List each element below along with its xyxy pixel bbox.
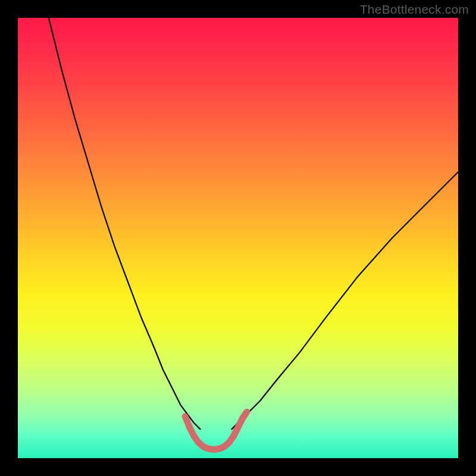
plot-area [18,18,458,458]
watermark-text: TheBottleneck.com [360,2,469,17]
optimal-band-path [185,412,247,449]
curves-svg [18,18,458,458]
curve-left-path [49,18,201,430]
chart-frame: TheBottleneck.com [0,0,476,476]
curve-right-path [231,172,458,430]
